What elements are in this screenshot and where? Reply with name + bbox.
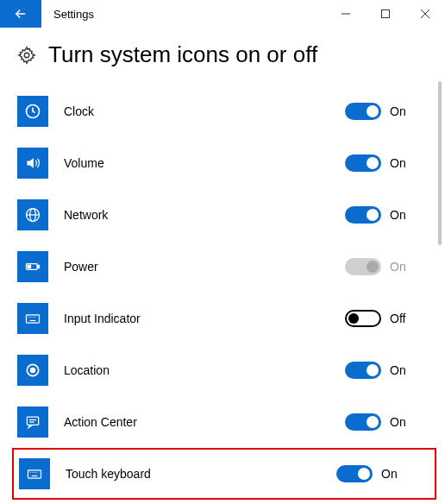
toggle-network[interactable] [345,206,381,224]
setting-row-location: LocationOn [17,344,445,396]
setting-label: Location [48,363,345,377]
toggle-state-text: On [390,104,414,118]
scrollbar-thumb[interactable] [438,81,442,245]
minimize-button[interactable] [326,0,366,28]
location-icon [17,355,48,386]
toggle-wrap: On [345,206,414,224]
setting-label: Action Center [48,415,345,429]
toggle-state-text: On [381,467,405,481]
globe-icon [17,199,48,230]
toggle-wrap: On [345,103,414,120]
minimize-icon [341,9,351,19]
setting-row-action-center: Action CenterOn [17,396,445,448]
svg-rect-23 [28,470,41,478]
gear-icon [17,46,36,65]
setting-row-touch-keyboard: Touch keyboardOn [12,448,436,500]
setting-label: Power [48,260,345,274]
toggle-wrap: On [345,258,414,275]
maximize-button[interactable] [366,0,405,28]
setting-label: Clock [48,104,345,118]
toggle-wrap: On [336,465,405,482]
toggle-state-text: On [390,363,414,377]
toggle-wrap: Off [345,310,414,327]
toggle-wrap: On [345,362,414,379]
setting-label: Input Indicator [48,312,345,325]
svg-point-19 [31,369,35,373]
titlebar: Settings [0,0,445,28]
svg-rect-1 [382,10,390,18]
toggle-state-text: On [390,156,414,170]
keyboard-icon [19,458,50,489]
toggle-location[interactable] [345,362,381,379]
toggle-input-indicator[interactable] [345,310,381,327]
toggle-wrap: On [345,154,414,172]
toggle-power [345,258,381,275]
content: Turn system icons on or off ClockOnVolum… [0,28,445,504]
toggle-state-text: On [390,260,414,274]
setting-row-volume: VolumeOn [17,137,445,189]
volume-icon [17,148,48,179]
page-header: Turn system icons on or off [17,41,445,68]
toggle-action-center[interactable] [345,413,381,431]
toggle-volume[interactable] [345,154,381,172]
toggle-state-text: Off [390,312,414,325]
setting-label: Network [48,208,345,222]
svg-rect-11 [28,265,30,268]
arrow-left-icon [13,6,28,22]
battery-icon [17,251,48,282]
svg-rect-12 [27,315,40,323]
svg-rect-10 [38,265,40,268]
window-title: Settings [41,0,94,28]
setting-row-clock: ClockOn [17,85,445,137]
setting-row-power: PowerOn [17,241,445,293]
setting-row-network: NetworkOn [17,189,445,241]
window-controls [326,0,445,28]
maximize-icon [380,9,391,19]
toggle-clock[interactable] [345,103,381,120]
settings-list: ClockOnVolumeOnNetworkOnPowerOnInput Ind… [17,85,445,500]
toggle-state-text: On [390,415,414,429]
clock-icon [17,96,48,127]
toggle-wrap: On [345,413,414,431]
setting-label: Volume [48,156,345,170]
toggle-touch-keyboard[interactable] [336,465,373,482]
close-button[interactable] [405,0,445,28]
toggle-state-text: On [390,208,414,222]
close-icon [420,9,430,19]
page-title: Turn system icons on or off [48,41,317,68]
action-center-icon [17,406,48,438]
setting-row-input-indicator: Input IndicatorOff [17,293,445,344]
keyboard-icon [17,303,48,334]
svg-rect-20 [27,417,38,425]
setting-label: Touch keyboard [50,467,336,481]
back-button[interactable] [0,0,41,28]
svg-point-4 [24,53,29,58]
